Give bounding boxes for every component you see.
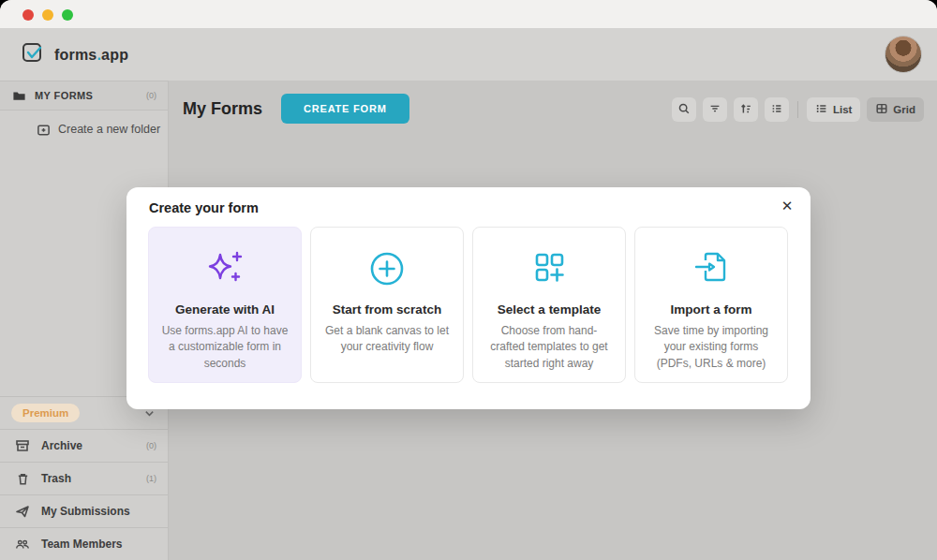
sidebar-item-label: MY FORMS [35,90,138,101]
create-form-button[interactable]: CREATE FORM [281,94,409,124]
card-description: Choose from hand-crafted templates to ge… [484,323,614,372]
ai-sparkle-icon [202,244,247,293]
create-folder-label: Create a new folder [58,123,160,136]
modal-title: Create your form [149,200,259,215]
sidebar-item-label: My Submissions [41,505,145,518]
main-header: My Forms CREATE FORM [183,94,409,124]
user-avatar[interactable] [885,36,922,73]
search-button[interactable] [672,97,696,122]
sort-icon [739,102,752,118]
card-title: Select a template [498,302,601,317]
search-icon [677,102,691,118]
window-titlebar [0,0,937,28]
logo-check-icon [21,40,47,70]
card-description: Save time by importing your existing for… [647,323,776,372]
paper-plane-icon [15,504,30,519]
card-generate-with-ai[interactable]: Generate with AI Use forms.app AI to hav… [148,227,302,383]
archive-icon [15,438,30,453]
app-window: forms.app MY FORMS (0) Create a new fold… [0,0,937,560]
card-description: Get a blank canvas to let your creativit… [322,323,452,356]
toolbar-divider [797,101,798,118]
card-description: Use forms.app AI to have a customizable … [160,323,290,372]
sidebar-item-my-forms[interactable]: MY FORMS (0) [0,81,168,111]
card-start-from-scratch[interactable]: Start from scratch Get a blank canvas to… [310,227,464,383]
sidebar-item-my-submissions[interactable]: My Submissions [0,494,168,527]
minimize-window-icon[interactable] [42,9,53,21]
import-form-icon [690,244,733,293]
folder-icon [11,88,26,103]
sidebar-item-label: Archive [41,439,135,452]
create-form-modal: Create your form ✕ Generate with AI Use … [126,187,811,409]
card-title: Start from scratch [333,302,441,317]
list-view-label: List [833,104,852,115]
filter-icon [708,102,721,118]
sort-button[interactable] [734,97,758,122]
sidebar-item-archive[interactable]: Archive (0) [0,429,168,462]
trash-icon [15,471,30,486]
premium-badge: Premium [11,404,80,422]
card-import-a-form[interactable]: Import a form Save time by importing you… [634,227,788,383]
card-select-a-template[interactable]: Select a template Choose from hand-craft… [472,227,626,383]
sidebar-item-label: Team Members [41,538,145,551]
app-header: forms.app [0,28,937,81]
folder-plus-icon [36,122,51,137]
sidebar-item-team-members[interactable]: Team Members [0,527,168,560]
create-options: Generate with AI Use forms.app AI to hav… [148,227,788,383]
list-view-icon [815,102,828,117]
filter-button[interactable] [703,97,727,122]
circle-plus-icon [367,244,407,293]
traffic-lights [22,9,73,21]
grid-view-icon [875,102,888,117]
card-title: Generate with AI [175,302,275,317]
sidebar-item-trash[interactable]: Trash (1) [0,462,168,494]
checklist-icon [770,102,783,118]
team-icon [15,537,30,552]
grid-view-button[interactable]: Grid [867,97,924,122]
grid-view-label: Grid [893,104,915,115]
logo-text: forms.app [54,47,128,64]
close-window-icon[interactable] [22,9,34,21]
checklist-button[interactable] [765,97,789,122]
zoom-window-icon[interactable] [62,9,73,21]
view-toolbar: List Grid [672,97,924,122]
close-icon[interactable]: ✕ [775,194,799,218]
sidebar-bottom-nav: Premium Archive (0) Trash (1) [0,396,168,560]
archive-count: (0) [146,441,156,450]
create-new-folder-button[interactable]: Create a new folder [0,111,168,148]
forms-app-logo[interactable]: forms.app [21,40,128,70]
card-title: Import a form [670,302,751,317]
list-view-button[interactable]: List [807,97,860,122]
template-plus-icon [528,244,570,293]
sidebar-item-label: Trash [41,472,135,485]
trash-count: (1) [146,474,156,483]
my-forms-count: (0) [146,91,156,100]
page-title: My Forms [183,99,262,119]
